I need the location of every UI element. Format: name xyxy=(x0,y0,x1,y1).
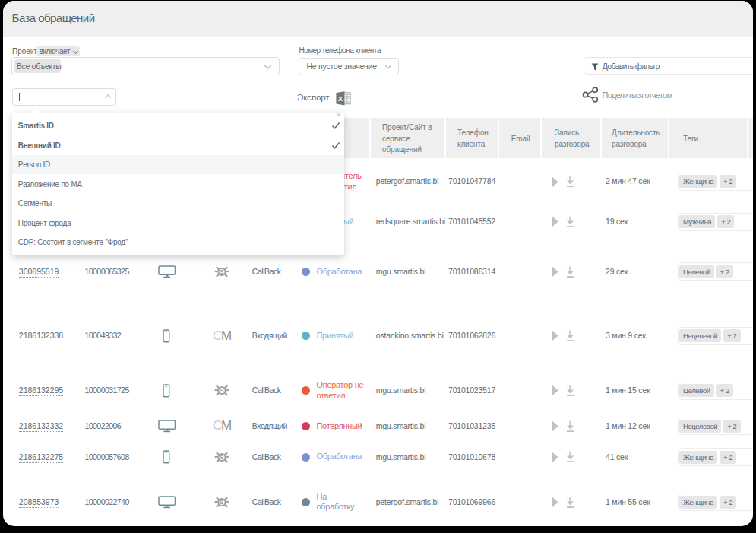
svg-text:X: X xyxy=(338,94,343,102)
svg-text:S: S xyxy=(220,388,224,395)
svg-text:S: S xyxy=(220,454,224,461)
svg-text:S: S xyxy=(220,268,224,275)
svg-text:S: S xyxy=(220,499,224,506)
